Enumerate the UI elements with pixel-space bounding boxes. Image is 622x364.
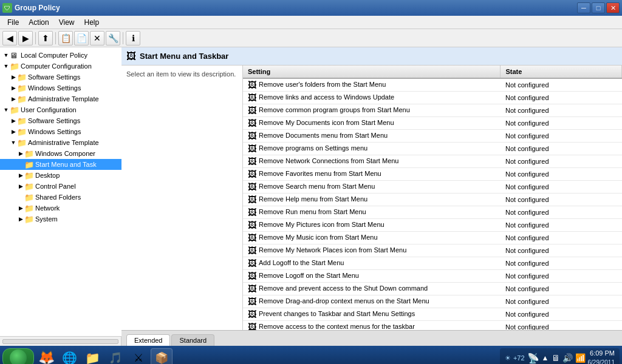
tree-item-windows-settings-1[interactable]: ▶ 📁 Windows Settings xyxy=(0,83,121,93)
properties-button[interactable]: 🔧 xyxy=(106,31,120,46)
tree-item-network[interactable]: ▶ 📁 Network xyxy=(0,203,121,214)
taskbar-icon-app6[interactable]: 📦 xyxy=(151,348,173,364)
toolbar: ◀ ▶ ⬆ 📋 📄 ✕ 🔧 ℹ xyxy=(0,29,622,47)
tree-expand-windows-components[interactable]: ▶ xyxy=(17,149,24,158)
tree-expand-windows-settings-2[interactable]: ▶ xyxy=(10,127,17,136)
setting-state: Not configured xyxy=(501,232,622,244)
tab-bar: Extended Standard xyxy=(121,330,622,346)
table-row[interactable]: 🖼Remove Run menu from Start Menu Not con… xyxy=(243,206,622,219)
table-row[interactable]: 🖼Remove Network Connections from Start M… xyxy=(243,155,622,168)
forward-button[interactable]: ▶ xyxy=(18,31,33,46)
tree-expand-admin-templates-1[interactable]: ▶ xyxy=(10,94,17,104)
paste-button[interactable]: 📄 xyxy=(74,31,89,46)
up-button[interactable]: ⬆ xyxy=(38,31,53,46)
table-row[interactable]: 🖼Remove Drag-and-drop context menus on t… xyxy=(243,295,622,308)
tree-item-admin-templates-1[interactable]: ▶ 📁 Administrative Template xyxy=(0,93,121,104)
tree-folder-icon-control-panel: 📁 xyxy=(24,182,34,191)
tree-item-admin-templates-2[interactable]: ▼ 📁 Administrative Template xyxy=(0,137,121,148)
table-row[interactable]: 🖼Prevent changes to Taskbar and Start Me… xyxy=(243,308,622,321)
app-icon: 🛡 xyxy=(2,3,12,13)
tree-expand-shared-folders[interactable] xyxy=(17,192,24,202)
tree-expand-windows-settings-1[interactable]: ▶ xyxy=(10,83,17,93)
tree-expand-software-settings-2[interactable]: ▶ xyxy=(10,116,17,126)
table-row[interactable]: 🖼Remove Help menu from Start Menu Not co… xyxy=(243,194,622,206)
tree-item-software-settings-2[interactable]: ▶ 📁 Software Settings xyxy=(0,115,121,126)
table-row[interactable]: 🖼Remove My Network Places icon from Star… xyxy=(243,244,622,257)
setting-name: 🖼Remove user's folders from the Start Me… xyxy=(243,78,501,92)
tree-item-windows-components[interactable]: ▶ 📁 Windows Componer xyxy=(0,148,121,159)
tree-expand-computer-config[interactable]: ▼ xyxy=(2,61,10,71)
menu-action[interactable]: Action xyxy=(24,17,53,28)
menu-file[interactable]: File xyxy=(2,17,24,28)
setting-icon: 🖼 xyxy=(248,297,256,306)
col-setting[interactable]: Setting xyxy=(243,66,501,78)
info-button[interactable]: ℹ xyxy=(126,31,140,46)
tray-arrow[interactable]: ▲ xyxy=(542,354,549,362)
tree-item-shared-folders[interactable]: 📁 Shared Folders xyxy=(0,192,121,203)
tab-standard[interactable]: Standard xyxy=(171,334,214,346)
settings-table-pane[interactable]: Setting State 🖼Remove user's folders fro… xyxy=(243,66,622,330)
tree-expand-user-config[interactable]: ▼ xyxy=(2,105,10,115)
setting-state: Not configured xyxy=(501,219,622,232)
tree-item-control-panel[interactable]: ▶ 📁 Control Panel xyxy=(0,181,121,192)
tray-volume[interactable]: 🔊 xyxy=(562,353,573,363)
table-row[interactable]: 🖼Remove Search menu from Start Menu Not … xyxy=(243,181,622,194)
clock[interactable]: 6:09 PM 6/29/2011 xyxy=(588,349,615,364)
menu-view[interactable]: View xyxy=(54,17,80,28)
tree-expand-local-policy[interactable]: ▼ xyxy=(2,50,10,60)
tree-item-windows-settings-2[interactable]: ▶ 📁 Windows Settings xyxy=(0,126,121,137)
tree-expand-system[interactable]: ▶ xyxy=(17,214,24,224)
tree-label-user-config: User Configuration xyxy=(21,106,77,113)
minimize-button[interactable]: ─ xyxy=(577,2,590,13)
table-row[interactable]: 🖼Remove common program groups from Start… xyxy=(243,104,622,117)
tree-expand-control-panel[interactable]: ▶ xyxy=(17,181,24,191)
taskbar-icon-explorer[interactable]: 📁 xyxy=(81,348,103,364)
tree-item-start-menu[interactable]: 📁 Start Menu and Task xyxy=(0,159,121,170)
col-state[interactable]: State xyxy=(501,66,622,78)
tree-scrollbar[interactable] xyxy=(0,336,121,346)
tree-item-desktop[interactable]: ▶ 📁 Desktop xyxy=(0,170,121,181)
tree-folder-icon-software-settings-1: 📁 xyxy=(17,73,27,82)
table-row[interactable]: 🖼Remove My Documents icon from Start Men… xyxy=(243,117,622,130)
taskbar-icon-ie[interactable]: 🌐 xyxy=(58,348,80,364)
table-row[interactable]: 🖼Remove and prevent access to the Shut D… xyxy=(243,283,622,295)
table-row[interactable]: 🖼Remove My Pictures icon from Start Menu… xyxy=(243,219,622,232)
table-row[interactable]: 🖼Add Logoff to the Start Menu Not config… xyxy=(243,257,622,270)
setting-icon: 🖼 xyxy=(248,233,256,243)
taskbar-icon-firefox[interactable]: 🦊 xyxy=(35,348,57,364)
maximize-button[interactable]: □ xyxy=(592,2,605,13)
tree-item-local-policy[interactable]: ▼ 🖥 Local Computer Policy xyxy=(0,50,121,61)
tree-expand-start-menu[interactable] xyxy=(17,160,24,169)
taskbar-icon-media[interactable]: 🎵 xyxy=(104,348,126,364)
menu-help[interactable]: Help xyxy=(80,17,104,28)
tray-display[interactable]: 🖥 xyxy=(552,353,560,363)
tree-expand-admin-templates-2[interactable]: ▼ xyxy=(10,138,17,147)
table-row[interactable]: 🖼Remove programs on Settings menu Not co… xyxy=(243,143,622,155)
copy-button[interactable]: 📋 xyxy=(58,31,73,46)
table-row[interactable]: 🖼Remove links and access to Windows Upda… xyxy=(243,92,622,104)
tree-item-computer-config[interactable]: ▼ 📁 Computer Configuration xyxy=(0,61,121,72)
back-button[interactable]: ◀ xyxy=(2,31,17,46)
setting-name: 🖼Remove links and access to Windows Upda… xyxy=(243,92,501,104)
tree-expand-network[interactable]: ▶ xyxy=(17,203,24,213)
tree-expand-desktop[interactable]: ▶ xyxy=(17,170,24,180)
table-row[interactable]: 🖼Remove My Music icon from Start Menu No… xyxy=(243,232,622,244)
tree-item-user-config[interactable]: ▼ 📁 User Configuration xyxy=(0,104,121,115)
table-row[interactable]: 🖼Remove Logoff on the Start Menu Not con… xyxy=(243,270,622,283)
tree-folder-icon-desktop: 📁 xyxy=(24,171,34,180)
tree-item-system[interactable]: ▶ 📁 System xyxy=(0,214,121,224)
table-row[interactable]: 🖼Remove user's folders from the Start Me… xyxy=(243,78,622,92)
tab-extended[interactable]: Extended xyxy=(126,334,170,346)
table-row[interactable]: 🖼Remove Favorites menu from Start Menu N… xyxy=(243,168,622,181)
tree-expand-software-settings-1[interactable]: ▶ xyxy=(10,72,17,82)
table-row[interactable]: 🖼Remove Documents menu from Start Menu N… xyxy=(243,130,622,143)
tray-network[interactable]: 📶 xyxy=(575,353,586,363)
start-button[interactable] xyxy=(2,348,34,364)
delete-button[interactable]: ✕ xyxy=(90,31,104,46)
close-button[interactable]: ✕ xyxy=(606,2,620,13)
tree-item-software-settings-1[interactable]: ▶ 📁 Software Settings xyxy=(0,72,121,83)
tray-rss[interactable]: 📡 xyxy=(527,352,539,364)
taskbar-icon-app5[interactable]: ⚔ xyxy=(128,348,149,364)
setting-icon: 🖼 xyxy=(248,182,256,192)
table-row[interactable]: 🖼Remove access to the context menus for … xyxy=(243,321,622,331)
